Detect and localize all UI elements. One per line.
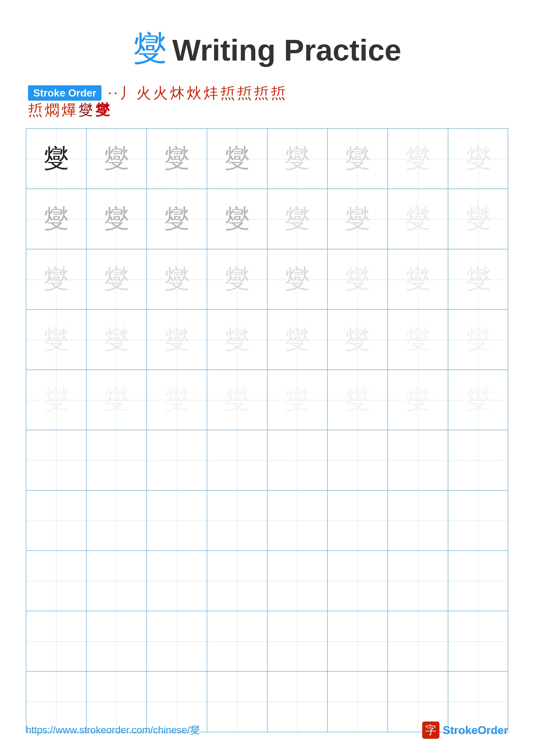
grid-cell-3-4[interactable]: 燮 [207, 249, 267, 310]
grid-row-9 [26, 611, 508, 671]
grid-cell-4-3[interactable]: 燮 [147, 310, 207, 370]
grid-cell-3-8[interactable]: 燮 [448, 249, 509, 310]
grid-cell-6-4[interactable] [207, 430, 267, 491]
grid-cell-4-1[interactable]: 燮 [26, 310, 87, 370]
grid-cell-7-8[interactable] [448, 491, 509, 551]
practice-char: 燮 [345, 267, 370, 292]
grid-cell-2-2[interactable]: 燮 [87, 189, 147, 249]
grid-cell-7-2[interactable] [87, 491, 147, 551]
practice-char: 燮 [164, 267, 190, 292]
grid-cell-3-1[interactable]: 燮 [26, 249, 87, 310]
grid-cell-8-6[interactable] [328, 551, 388, 611]
practice-char: 燮 [284, 387, 310, 413]
grid-cell-4-2[interactable]: 燮 [87, 310, 147, 370]
grid-cell-3-7[interactable]: 燮 [388, 249, 448, 310]
stroke-char-3: 丿 [119, 86, 134, 100]
stroke-char-5: 火 [153, 86, 168, 100]
grid-cell-9-4[interactable] [207, 611, 267, 671]
grid-cell-7-4[interactable] [207, 491, 267, 551]
grid-cell-3-5[interactable]: 燮 [267, 249, 328, 310]
practice-char: 燮 [224, 387, 250, 413]
grid-cell-8-8[interactable] [448, 551, 509, 611]
grid-cell-6-7[interactable] [388, 430, 448, 491]
stroke-char-12: 焎 [271, 86, 285, 100]
grid-cell-1-2[interactable]: 燮 [87, 129, 147, 189]
practice-char: 燮 [224, 146, 250, 172]
grid-cell-5-7[interactable]: 燮 [388, 370, 448, 430]
grid-cell-1-7[interactable]: 燮 [388, 129, 448, 189]
grid-cell-5-6[interactable]: 燮 [328, 370, 388, 430]
grid-cell-6-8[interactable] [448, 430, 509, 491]
grid-cell-6-3[interactable] [147, 430, 207, 491]
grid-cell-9-7[interactable] [388, 611, 448, 671]
practice-char: 燮 [405, 387, 431, 413]
grid-cell-8-4[interactable] [207, 551, 267, 611]
title-chinese-char: 燮 [133, 30, 167, 68]
practice-char: 燮 [164, 206, 190, 232]
grid-cell-5-3[interactable]: 燮 [147, 370, 207, 430]
stroke-order-section: Stroke Order · · 丿 火 火 炑 炏 炐 焎 焎 焎 焎 焎 燜… [26, 85, 508, 118]
practice-char: 燮 [466, 267, 491, 292]
grid-cell-7-3[interactable] [147, 491, 207, 551]
grid-cell-8-3[interactable] [147, 551, 207, 611]
grid-cell-5-1[interactable]: 燮 [26, 370, 87, 430]
grid-cell-8-7[interactable] [388, 551, 448, 611]
grid-cell-7-5[interactable] [267, 491, 328, 551]
title-text: Writing Practice [172, 33, 401, 67]
grid-cell-1-4[interactable]: 燮 [207, 129, 267, 189]
grid-cell-2-5[interactable]: 燮 [267, 189, 328, 249]
grid-cell-1-6[interactable]: 燮 [328, 129, 388, 189]
practice-char: 燮 [104, 206, 129, 232]
grid-cell-8-2[interactable] [87, 551, 147, 611]
grid-cell-4-6[interactable]: 燮 [328, 310, 388, 370]
grid-cell-6-1[interactable] [26, 430, 87, 491]
grid-cell-2-6[interactable]: 燮 [328, 189, 388, 249]
practice-char: 燮 [466, 327, 491, 353]
grid-row-7 [26, 491, 508, 551]
grid-cell-9-2[interactable] [87, 611, 147, 671]
grid-cell-7-1[interactable] [26, 491, 87, 551]
grid-cell-4-7[interactable]: 燮 [388, 310, 448, 370]
grid-cell-5-5[interactable]: 燮 [267, 370, 328, 430]
stroke-order-row1: Stroke Order · · 丿 火 火 炑 炏 炐 焎 焎 焎 焎 [28, 85, 506, 101]
stroke-order-label: Stroke Order [28, 85, 101, 101]
grid-cell-5-2[interactable]: 燮 [87, 370, 147, 430]
grid-cell-9-8[interactable] [448, 611, 509, 671]
grid-cell-5-8[interactable]: 燮 [448, 370, 509, 430]
grid-cell-6-2[interactable] [87, 430, 147, 491]
grid-cell-6-5[interactable] [267, 430, 328, 491]
grid-cell-3-2[interactable]: 燮 [87, 249, 147, 310]
practice-char: 燮 [405, 146, 431, 172]
grid-cell-1-1[interactable]: 燮 [26, 129, 87, 189]
grid-cell-8-5[interactable] [267, 551, 328, 611]
grid-cell-7-7[interactable] [388, 491, 448, 551]
grid-row-2: 燮 燮 燮 燮 燮 燮 燮 燮 [26, 189, 508, 249]
stroke-char-9: 焎 [220, 86, 235, 100]
grid-cell-2-3[interactable]: 燮 [147, 189, 207, 249]
grid-cell-7-6[interactable] [328, 491, 388, 551]
grid-cell-9-6[interactable] [328, 611, 388, 671]
grid-cell-2-7[interactable]: 燮 [388, 189, 448, 249]
grid-cell-9-3[interactable] [147, 611, 207, 671]
footer-url[interactable]: https://www.strokeorder.com/chinese/燮 [26, 723, 200, 737]
grid-cell-6-6[interactable] [328, 430, 388, 491]
grid-cell-9-5[interactable] [267, 611, 328, 671]
practice-char: 燮 [104, 146, 129, 172]
grid-cell-3-6[interactable]: 燮 [328, 249, 388, 310]
grid-cell-9-1[interactable] [26, 611, 87, 671]
grid-cell-4-8[interactable]: 燮 [448, 310, 509, 370]
stroke-char-14: 燜 [45, 103, 60, 118]
grid-cell-1-8[interactable]: 燮 [448, 129, 509, 189]
grid-cell-2-8[interactable]: 燮 [448, 189, 509, 249]
grid-cell-2-1[interactable]: 燮 [26, 189, 87, 249]
grid-cell-5-4[interactable]: 燮 [207, 370, 267, 430]
grid-cell-1-3[interactable]: 燮 [147, 129, 207, 189]
grid-cell-3-3[interactable]: 燮 [147, 249, 207, 310]
stroke-char-7: 炏 [187, 86, 201, 100]
grid-cell-8-1[interactable] [26, 551, 87, 611]
grid-cell-2-4[interactable]: 燮 [207, 189, 267, 249]
footer-logo-order: Order [477, 724, 508, 736]
grid-cell-4-5[interactable]: 燮 [267, 310, 328, 370]
grid-cell-4-4[interactable]: 燮 [207, 310, 267, 370]
grid-cell-1-5[interactable]: 燮 [267, 129, 328, 189]
